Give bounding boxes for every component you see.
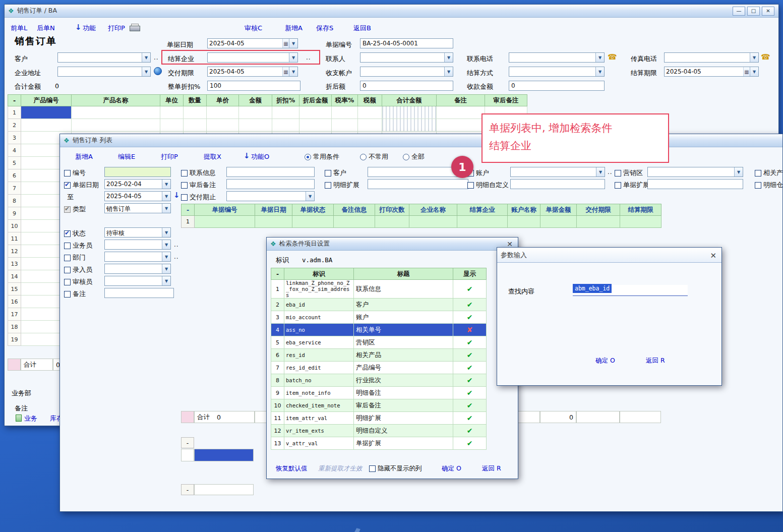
cell[interactable]: 11 xyxy=(271,412,284,425)
search-condition-row[interactable]: 7res_id_edit产品编号✔ xyxy=(271,362,487,374)
filter-auditor-checkbox[interactable]: 审核员 xyxy=(64,277,92,286)
cell[interactable]: ✔ xyxy=(453,425,487,437)
radio-uncommon[interactable]: 不常用 xyxy=(360,152,388,161)
grid-cell[interactable] xyxy=(184,119,207,132)
column-header[interactable]: 产品名称 xyxy=(72,95,160,106)
radio-all[interactable]: 全部 xyxy=(403,152,425,161)
filter-type-checkbox[interactable]: 类型 xyxy=(64,205,86,214)
filter-auditor-combo[interactable]: ▼ xyxy=(104,276,171,286)
column-header[interactable]: 单位 xyxy=(160,95,184,106)
cell[interactable]: v_attr_val xyxy=(284,437,354,450)
column-header[interactable]: 企业名称 xyxy=(409,204,457,216)
cell[interactable]: 10 xyxy=(271,399,284,412)
row-number[interactable]: 2 xyxy=(8,119,21,132)
filter-delivery-by-checkbox[interactable]: 交付期止 xyxy=(181,193,216,202)
row-number[interactable]: 18 xyxy=(8,321,21,333)
list-print-button[interactable]: 打印P xyxy=(161,152,178,161)
filter-detail-ext-input[interactable] xyxy=(368,179,468,189)
cell[interactable]: eba_service xyxy=(284,336,354,349)
function-menu-icon[interactable]: ↓ xyxy=(75,23,82,32)
row-number[interactable]: 19 xyxy=(8,333,21,346)
grid-cell[interactable] xyxy=(21,106,72,119)
column-header[interactable]: 折后金额 xyxy=(299,95,332,106)
search-condition-row[interactable]: 4ass_no相关单号✘ xyxy=(271,324,487,336)
radio-common-conditions[interactable]: 常用条件 xyxy=(305,152,339,161)
row-number[interactable]: 6 xyxy=(8,169,21,182)
search-dialog-titlebar[interactable]: ❖ 检索条件项目设置 ✕ xyxy=(267,238,518,251)
column-header[interactable]: 备注 xyxy=(437,95,485,106)
filter-doc-ext-checkbox[interactable]: 单据扩展 xyxy=(615,181,649,190)
cell[interactable]: checked_item_note xyxy=(284,399,354,412)
maximize-button[interactable]: □ xyxy=(747,7,760,16)
column-header[interactable]: 单据金额 xyxy=(540,204,577,216)
column-header[interactable]: 折扣% xyxy=(272,95,299,106)
phone-combo[interactable]: ▼ xyxy=(509,52,605,63)
cell[interactable]: ✔ xyxy=(453,399,487,412)
cell[interactable]: ✔ xyxy=(453,299,487,311)
restore-defaults-button[interactable]: 恢复默认值 xyxy=(276,464,308,473)
filter-sales-area-checkbox[interactable]: 营销区 xyxy=(615,168,643,178)
column-header[interactable]: 数量 xyxy=(184,95,207,106)
cell[interactable]: 4 xyxy=(271,324,284,336)
filter-entry-clerk-combo[interactable]: ▼ xyxy=(104,264,171,274)
grid-cell[interactable] xyxy=(382,119,437,132)
doc-no-input[interactable]: BA-25-04-05-0001 xyxy=(360,38,453,48)
cell[interactable]: ✔ xyxy=(453,437,487,450)
cell[interactable]: mio_account xyxy=(284,311,354,324)
fax-combo[interactable]: ▼ xyxy=(664,52,759,63)
cell[interactable]: 明细自定义 xyxy=(354,425,453,437)
address-combo[interactable]: ▼ xyxy=(57,67,151,77)
filter-detail-custom-input[interactable] xyxy=(510,179,605,189)
param-dialog-titlebar[interactable]: 参数输入 ✕ xyxy=(497,248,721,263)
filter-detail-ext-checkbox[interactable]: 明细扩展 xyxy=(325,181,359,190)
row-number[interactable]: 8 xyxy=(8,195,21,207)
after-discount-input[interactable]: 0 xyxy=(360,81,453,91)
row-number[interactable]: 4 xyxy=(8,144,21,157)
column-header[interactable]: 单据日期 xyxy=(255,204,292,216)
grid-cell[interactable] xyxy=(160,119,184,132)
row-number[interactable]: 13 xyxy=(8,258,21,270)
customer-more-button[interactable]: .. xyxy=(154,54,159,61)
grid-cell[interactable] xyxy=(457,216,508,228)
list-function-button[interactable]: 功能O xyxy=(251,152,269,161)
cell[interactable]: res_id xyxy=(284,349,354,362)
search-condition-row[interactable]: 6res_id相关产品✔ xyxy=(271,349,487,362)
filter-detail-storage-checkbox[interactable]: 明细仓储 xyxy=(755,181,783,190)
cell[interactable]: 账户 xyxy=(354,311,453,324)
column-header[interactable]: - xyxy=(182,204,195,216)
phone-icon[interactable]: ☎ xyxy=(608,52,617,62)
filter-salesman-combo[interactable]: ▼ xyxy=(104,240,171,250)
delivery-date-combo[interactable]: 2025-04-05 ▦ ▼ xyxy=(207,67,298,77)
grid-cell[interactable] xyxy=(239,106,272,119)
cell[interactable]: ✔ xyxy=(453,387,487,399)
column-header[interactable]: 金额 xyxy=(239,95,272,106)
list-edit-button[interactable]: 编辑E xyxy=(118,152,135,161)
cell[interactable]: 客户 xyxy=(354,299,453,311)
audit-button[interactable]: 审核C xyxy=(245,24,262,33)
search-condition-row[interactable]: 10checked_item_note审后备注✔ xyxy=(271,399,487,412)
grid-cell[interactable] xyxy=(332,106,358,119)
filter-doc-date-checkbox[interactable]: 单据日期 xyxy=(64,181,99,190)
search-condition-row[interactable]: 13v_attr_val单据扩展✔ xyxy=(271,437,487,450)
customer-combo[interactable]: ▼ xyxy=(57,52,151,63)
fax-phone-icon[interactable]: ☎ xyxy=(761,52,770,62)
cell[interactable]: 单据扩展 xyxy=(354,437,453,450)
filter-delivery-by-combo[interactable]: ▼ xyxy=(226,191,315,201)
cell[interactable]: ✔ xyxy=(453,374,487,387)
blue-down-arrow-icon[interactable]: ↓ xyxy=(173,191,180,200)
grid-cell[interactable] xyxy=(577,216,620,228)
grid-cell[interactable] xyxy=(375,216,409,228)
received-input[interactable]: 0 xyxy=(509,81,605,91)
business-button[interactable]: 业务 xyxy=(16,414,37,423)
row-number[interactable]: 5 xyxy=(8,157,21,169)
list-extract-button[interactable]: 提取X xyxy=(204,152,221,161)
search-condition-row[interactable]: 11item_attr_val明细扩展✔ xyxy=(271,412,487,425)
grid-cell[interactable] xyxy=(292,216,334,228)
cell[interactable]: ✔ xyxy=(453,336,487,349)
cell[interactable]: 2 xyxy=(271,299,284,311)
sales-order-titlebar[interactable]: ❖ 销售订单 / BA — □ ✕ xyxy=(5,5,778,18)
settle-method-combo[interactable]: ▼ xyxy=(509,67,605,77)
cell[interactable]: 13 xyxy=(271,437,284,450)
cell[interactable]: 联系信息 xyxy=(354,280,453,299)
save-button[interactable]: 保存S xyxy=(316,24,333,33)
